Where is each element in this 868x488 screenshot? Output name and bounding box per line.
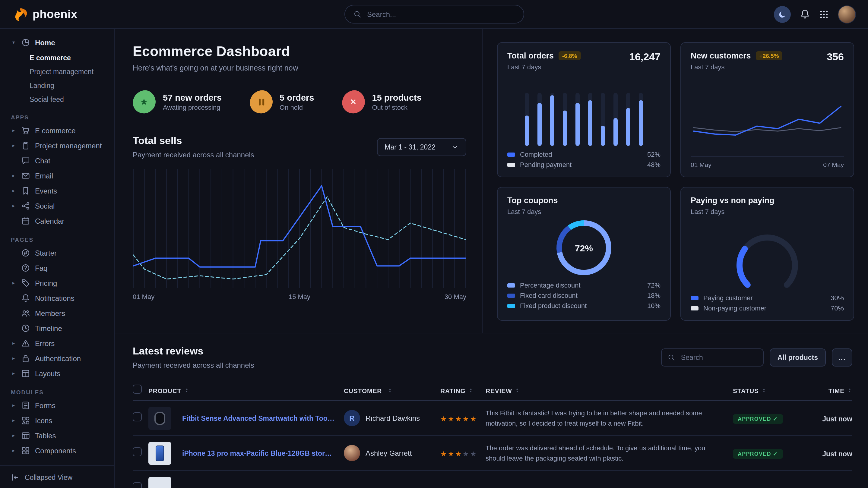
apps-grid-button[interactable]	[819, 9, 829, 19]
sidebar-item-calendar[interactable]: Calendar	[0, 214, 114, 228]
moon-icon	[778, 10, 787, 19]
x-tick: 15 May	[289, 293, 310, 300]
all-products-button[interactable]: All products	[770, 349, 826, 366]
card-period: Last 7 days	[691, 63, 783, 70]
global-search[interactable]	[344, 5, 524, 24]
date-range-select[interactable]: Mar 1 - 31, 2022	[377, 138, 466, 156]
product-link[interactable]: iPhone 13 pro max-Pacific Blue-128GB sto…	[182, 449, 335, 457]
sidebar-item-e-commerce[interactable]: E commerce	[19, 51, 114, 65]
stat-caption: On hold	[280, 104, 314, 111]
sidebar-item-pricing[interactable]: ▸Pricing	[0, 275, 114, 291]
column-header-time[interactable]: TIME	[804, 387, 852, 394]
legend-item-paying-customer: Paying customer30%	[691, 294, 844, 301]
product-thumbnail	[148, 477, 171, 488]
bell-icon	[800, 9, 810, 19]
caret-down-icon: ▾	[11, 40, 16, 45]
sidebar-item-chat[interactable]: Chat	[0, 153, 114, 168]
column-header-customer[interactable]: CUSTOMER	[344, 387, 440, 394]
customer-avatar	[344, 445, 360, 461]
quick-stats: ★57 new ordersAwating processing5 orders…	[133, 90, 466, 113]
column-header-status[interactable]: STATUS	[733, 387, 804, 394]
sidebar-item-errors[interactable]: ▸Errors	[0, 336, 114, 351]
column-header-rating[interactable]: RATING	[440, 387, 486, 394]
chat-icon	[21, 156, 30, 165]
sidebar-item-project-management[interactable]: Project management	[19, 65, 114, 78]
sidebar-item-notifications[interactable]: Notifications	[0, 291, 114, 306]
sidebar-item-home[interactable]: ▾Home	[0, 35, 114, 50]
reviews-search[interactable]	[661, 349, 764, 366]
sidebar-item-authentication[interactable]: ▸Authentication	[0, 351, 114, 366]
shapes-icon	[21, 416, 30, 425]
more-options-button[interactable]: ...	[832, 349, 852, 366]
theme-toggle-button[interactable]	[774, 6, 791, 23]
pie-icon	[21, 38, 30, 47]
kpi-cards: Total orders -6.8% Last 7 days 16,247 Co…	[482, 29, 868, 333]
card-value: 16,247	[629, 51, 660, 63]
search-input[interactable]	[366, 9, 515, 19]
sidebar-item-e-commerce[interactable]: ▸E commerce	[0, 123, 114, 138]
row-checkbox[interactable]	[133, 447, 142, 456]
product-link[interactable]: Fitbit Sense Advanced Smartwatch with To…	[182, 415, 335, 422]
sidebar: ▾HomeE commerceProject managementLanding…	[0, 29, 115, 488]
sidebar-item-social-feed[interactable]: Social feed	[19, 92, 114, 106]
legend-item-fixed-product-discount: Fixed product discount10%	[507, 302, 660, 309]
sidebar-item-social[interactable]: ▸Social	[0, 198, 114, 214]
sidebar-item-layouts[interactable]: ▸Layouts	[0, 366, 114, 381]
page-subtitle: Here's what's going on at your business …	[133, 64, 466, 72]
moon-icon	[778, 10, 787, 19]
stat-amount: 5 orders	[280, 93, 314, 102]
legend-label: Pending payment	[520, 161, 571, 168]
new-customers-chart	[691, 70, 844, 154]
sidebar-item-timeline[interactable]: Timeline	[0, 321, 114, 336]
column-header-review[interactable]: REVIEW	[486, 387, 733, 394]
search-icon	[668, 354, 675, 361]
sort-icon	[184, 388, 189, 393]
select-all-checkbox[interactable]	[133, 385, 142, 394]
paying-gauge-chart	[691, 215, 844, 291]
sidebar-item-forms[interactable]: ▸Forms	[0, 398, 114, 413]
sidebar-item-landing[interactable]: Landing	[19, 78, 114, 92]
customer-name: Richard Dawkins	[366, 414, 420, 422]
card-period: Last 7 days	[691, 208, 775, 215]
collapsed-view-toggle[interactable]: Collapsed View	[0, 465, 114, 488]
sidebar-item-starter[interactable]: Starter	[0, 246, 114, 260]
caret-right-icon: ▸	[11, 203, 16, 208]
sidebar-item-project-management[interactable]: ▸Project management	[0, 138, 114, 153]
reviews-table: PRODUCTCUSTOMERRATINGREVIEWSTATUSTIMEFit…	[133, 380, 852, 488]
brand[interactable]: phoenix	[12, 6, 78, 22]
collapse-icon	[11, 473, 19, 481]
grid9-icon	[819, 9, 829, 19]
product-thumbnail	[148, 406, 171, 429]
reviews-search-input[interactable]	[680, 353, 757, 362]
collapsed-view-label: Collapsed View	[25, 474, 72, 481]
row-checkbox[interactable]	[133, 482, 142, 488]
legend-label: Fixed card discount	[520, 292, 578, 299]
user-avatar[interactable]	[838, 5, 856, 23]
legend-value: 70%	[831, 304, 844, 312]
sidebar-item-tables[interactable]: ▸Tables	[0, 428, 114, 443]
top-coupons-chart: 72%	[554, 218, 614, 278]
column-header-product[interactable]: PRODUCT	[148, 387, 344, 394]
tag-icon	[21, 279, 30, 288]
stat-on-hold: 5 ordersOn hold	[249, 90, 314, 113]
new-customers-card: New customers +26.5% Last 7 days 356 01 …	[680, 42, 854, 177]
legend-swatch	[691, 306, 699, 310]
product-thumbnail	[148, 442, 171, 464]
status-badge: APPROVED ✓	[733, 449, 783, 459]
stat-caption: Out of stock	[372, 104, 422, 111]
sidebar-item-components[interactable]: ▸Components	[0, 443, 114, 458]
x-label-start: 01 May	[691, 161, 711, 168]
sidebar-item-email[interactable]: ▸Email	[0, 168, 114, 183]
row-checkbox[interactable]	[133, 412, 142, 421]
trend-badge: -6.8%	[559, 51, 581, 60]
notifications-button[interactable]	[800, 9, 810, 19]
stat-awating-processing: ★57 new ordersAwating processing	[133, 90, 222, 113]
paying-gauge-svg	[719, 231, 815, 291]
overview-section: Ecommerce Dashboard Here's what's going …	[115, 29, 482, 333]
sidebar-item-members[interactable]: Members	[0, 306, 114, 321]
sidebar-item-icons[interactable]: ▸Icons	[0, 413, 114, 428]
sort-icon	[468, 388, 473, 393]
mail-icon	[21, 171, 30, 180]
sidebar-item-events[interactable]: ▸Events	[0, 183, 114, 198]
sidebar-item-faq[interactable]: Faq	[0, 260, 114, 275]
